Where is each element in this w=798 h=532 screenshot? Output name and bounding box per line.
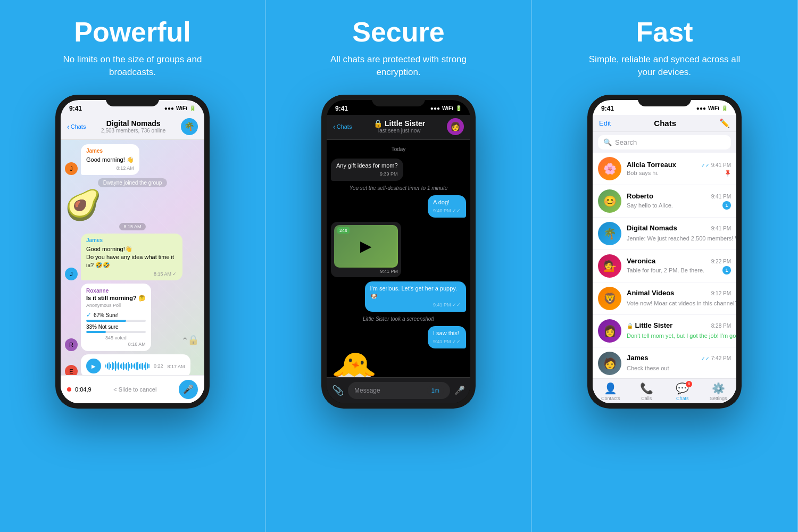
video-play-icon: ▶ [360, 237, 372, 255]
panel-powerful: Powerful No limits on the size of groups… [0, 0, 266, 532]
tab-chats[interactable]: 💬 8 Chats [664, 382, 701, 401]
chats-badge-container: 💬 8 [676, 382, 689, 395]
time-badge: 8:15 AM [119, 223, 145, 230]
panel-fast: Fast Simple, reliable and synced across … [532, 0, 798, 532]
video-thumb: 24s ▶ [334, 225, 398, 268]
time-veronica: 9:22 PM [711, 259, 731, 264]
content-veronica: Veronica 9:22 PM Table for four, 2 PM. B… [627, 257, 731, 275]
double-check-james: ✓✓ [701, 356, 710, 361]
dark-chat-info: 🔒 Little Sister last seen just now [356, 119, 443, 134]
time-saw: 9:41 PM ✓✓ [433, 338, 461, 345]
msg-dog: A dog! 9:40 PM ✓✓ [331, 195, 466, 218]
chats-badge: 8 [686, 381, 692, 387]
poll-row: R Roxanne Is it still morning? 🤔 Anonymo… [65, 284, 200, 351]
msg-james-1: J James Good morning! 👋 8:12 AM [65, 144, 200, 175]
date-divider: Today [331, 146, 466, 152]
sender-james: James [86, 147, 134, 155]
mic-button[interactable]: 🎤 [179, 380, 198, 399]
phone3-content: Edit Chats ✏️ 🔍 Search 🌸 [593, 115, 736, 403]
status-icons-2: ●●● WiFi 🔋 [430, 105, 462, 111]
lock-icon-sister: 🔒 [627, 323, 633, 329]
mic-icon-dark[interactable]: 🎤 [454, 385, 465, 395]
phone2-content: ‹ Chats 🔒 Little Sister last seen just n… [327, 115, 470, 403]
attachment-icon[interactable]: 📎 [332, 385, 344, 396]
edit-button[interactable]: Edit [599, 119, 611, 127]
tab-contacts[interactable]: 👤 Contacts [593, 382, 629, 401]
battery-icon-3: 🔋 [721, 105, 728, 111]
battery-icon: 🔋 [189, 105, 196, 111]
bubble-james-2: James Good morning!👋Do you have any idea… [81, 234, 182, 281]
poll-bubble: Roxanne Is it still morning? 🤔 Anonymous… [81, 284, 151, 351]
calls-icon: 📞 [640, 382, 653, 395]
tab-settings-label: Settings [710, 396, 727, 401]
bubble-saw: I saw this! 9:41 PM ✓✓ [428, 326, 466, 348]
preview-nomads: Jennie: We just reached 2,500 members! W… [627, 235, 736, 242]
preview-veronica: Table for four, 2 PM. Be there. [627, 267, 704, 273]
search-bar[interactable]: 🔍 Search [598, 135, 731, 149]
phone1-content: ‹ Chats Digital Nomads 2,503 members, 73… [61, 115, 204, 403]
phone2-notch [372, 95, 425, 106]
avatar-alicia: 🌸 [598, 157, 621, 180]
chat-item-animals[interactable]: 🦁 Animal Videos 9:12 PM Vote now! Moar c… [593, 282, 736, 315]
wifi-icon-2: WiFi [442, 105, 453, 111]
play-button[interactable]: ▶ [86, 359, 101, 373]
poll-option-1: ✓ 67% Sure! [86, 311, 146, 322]
chats-title: Chats [611, 119, 719, 128]
poll-fill-1 [86, 320, 126, 322]
poll-type: Anonymous Poll [86, 303, 146, 308]
content-james: James ✓✓ 7:42 PM Check these out [627, 354, 731, 372]
chat-header-1: ‹ Chats Digital Nomads 2,503 members, 73… [61, 115, 204, 140]
message-input[interactable]: Message 1m [348, 382, 450, 399]
search-icon: 🔍 [603, 138, 612, 146]
tab-bar: 👤 Contacts 📞 Calls 💬 8 Chats [593, 378, 736, 403]
voice-duration: 0:22 [154, 363, 163, 369]
phone3-notch [638, 95, 691, 106]
waveform [105, 361, 149, 371]
tab-calls[interactable]: 📞 Calls [629, 382, 665, 401]
tab-settings[interactable]: ⚙️ Settings [701, 382, 737, 401]
msg-saw: I saw this! 9:41 PM ✓✓ [331, 326, 466, 348]
battery-icon-2: 🔋 [455, 105, 462, 111]
avatar-roberto: 😊 [598, 189, 621, 213]
system-msg-row: Dwayne joined the group [65, 178, 200, 187]
chat-item-nomads[interactable]: 🌴 Digital Nomads 9:41 PM Jennie: We just… [593, 218, 736, 250]
chat-bg-1: J James Good morning! 👋 8:12 AM Dwayne j… [61, 140, 204, 375]
settings-icon: ⚙️ [712, 382, 725, 395]
text-serious: I'm serious. Let's get her a puppy. 🐶 [370, 285, 461, 301]
dark-chat-bg: Today Any gift ideas for mom? 9:39 PM Yo… [327, 140, 470, 377]
sticker-1: 🥑 [65, 190, 102, 220]
group-sub: 2,503 members, 736 online [90, 128, 177, 134]
chat-item-veronica[interactable]: 💁 Veronica 9:22 PM Table for four, 2 PM.… [593, 250, 736, 282]
top-nomads: Digital Nomads 9:41 PM [627, 224, 731, 232]
time-james: ✓✓ 7:42 PM [701, 355, 731, 361]
back-button-1[interactable]: ‹ Chats [67, 122, 86, 131]
check-icon: ✓ [86, 311, 92, 319]
contacts-icon: 👤 [604, 382, 617, 395]
badge-roberto: 1 [722, 201, 731, 210]
system-text-screenshot: Little Sister took a screenshot! [363, 316, 434, 322]
panel1-title: Powerful [74, 16, 191, 48]
chat-item-roberto[interactable]: 😊 Roberto 9:41 PM Say hello to Alice. 1 [593, 185, 736, 218]
avatar-animals: 🦁 [598, 287, 621, 310]
poll-question: Is it still morning? 🤔 [86, 295, 146, 302]
preview-james: Check these out [627, 365, 669, 371]
name-roberto: Roberto [627, 192, 653, 200]
poll-time: 8:16 AM [86, 342, 146, 347]
chat-header-info-1: Digital Nomads 2,503 members, 736 online [90, 119, 177, 134]
msg-james-2: J James Good morning!👋Do you have any id… [65, 234, 200, 281]
chat-item-james[interactable]: 🧑 James ✓✓ 7:42 PM Check these out [593, 347, 736, 378]
content-roberto: Roberto 9:41 PM Say hello to Alice. 1 [627, 192, 731, 210]
name-animals: Animal Videos [627, 289, 674, 297]
phone2-screen: 9:41 ●●● WiFi 🔋 ‹ Chats 🔒 Little Sister … [327, 100, 470, 403]
back-button-2[interactable]: ‹ Chats [333, 122, 352, 131]
chat-item-alicia[interactable]: 🌸 Alicia Torreaux ✓✓ 9:41 PM Bob says hi… [593, 153, 736, 185]
badge-veronica: 1 [722, 266, 731, 275]
voice-time: 8:17 AM [168, 364, 185, 369]
content-nomads: Digital Nomads 9:41 PM Jennie: We just r… [627, 224, 731, 243]
poll-bar-1 [86, 320, 146, 322]
compose-button[interactable]: ✏️ [719, 118, 730, 128]
msg-serious: I'm serious. Let's get her a puppy. 🐶 9:… [331, 281, 466, 312]
chat-item-sister[interactable]: 👩 🔒 Little Sister 8:28 PM Don't tell mom… [593, 315, 736, 347]
signal-icon-3: ●●● [696, 105, 706, 111]
bubble-gift: Any gift ideas for mom? 9:39 PM [331, 159, 403, 181]
